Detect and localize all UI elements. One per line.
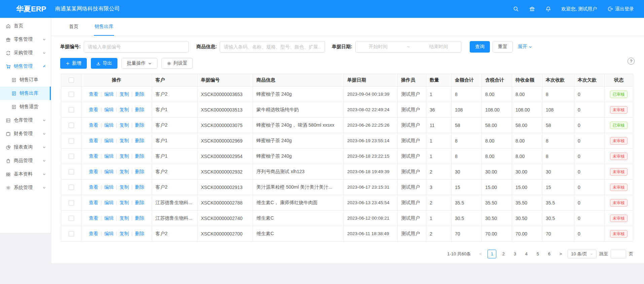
view-link[interactable]: 查看 <box>89 107 98 112</box>
copy-link[interactable]: 复制 <box>119 231 129 236</box>
copy-link[interactable]: 复制 <box>119 200 129 205</box>
edit-link[interactable]: 编辑 <box>104 91 114 97</box>
delete-link[interactable]: 删除 <box>135 122 144 128</box>
page-button[interactable]: 6 <box>545 250 553 258</box>
search-icon[interactable] <box>513 6 519 12</box>
reset-button[interactable]: 重置 <box>493 41 513 53</box>
copy-link[interactable]: 复制 <box>119 91 129 97</box>
search-button[interactable]: 查询 <box>470 41 490 53</box>
page-button[interactable]: 4 <box>522 250 531 258</box>
sidebar-item-sale-return[interactable]: 销售退货 <box>0 100 51 114</box>
edit-link[interactable]: 编辑 <box>104 169 114 174</box>
export-button[interactable]: 导出 <box>91 58 117 69</box>
page-button[interactable]: 2 <box>499 250 508 258</box>
sidebar-item-purchase[interactable]: 采购管理 <box>0 46 51 60</box>
page-button[interactable]: 3 <box>510 250 519 258</box>
date-range-input[interactable]: 开始时间 ~ 结束时间 <box>355 41 461 53</box>
row-checkbox[interactable] <box>69 107 74 113</box>
chevron-down-icon <box>42 119 46 122</box>
bill-no-input[interactable] <box>84 41 189 53</box>
tax-total-cell: 108.00 <box>482 102 512 118</box>
delete-link[interactable]: 删除 <box>135 91 144 97</box>
tab-home[interactable]: 首页 <box>68 18 79 36</box>
date-cell: 2023-06-13 23:45:54 <box>344 195 398 211</box>
view-link[interactable]: 查看 <box>89 184 98 190</box>
copy-link[interactable]: 复制 <box>119 169 129 174</box>
sidebar-item-basic[interactable]: 基本资料 <box>0 167 51 181</box>
sidebar-item-retail[interactable]: 零售管理 <box>0 33 51 46</box>
sidebar-item-report[interactable]: 报表查询 <box>0 140 51 154</box>
view-link[interactable]: 查看 <box>89 138 98 143</box>
copy-link[interactable]: 复制 <box>119 215 129 221</box>
delete-link[interactable]: 删除 <box>135 215 144 221</box>
page-button[interactable]: 5 <box>533 250 542 258</box>
delete-link[interactable]: 删除 <box>135 184 144 190</box>
bell-icon[interactable] <box>545 6 551 12</box>
table-row: 查看|编辑|复制|删除客户2XSCK00000002700维生素C2023-06… <box>61 226 633 242</box>
row-checkbox[interactable] <box>69 92 74 97</box>
tab-sale-outbound[interactable]: 销售出库 <box>94 18 114 36</box>
copy-link[interactable]: 复制 <box>119 184 129 190</box>
edit-link[interactable]: 编辑 <box>104 184 114 190</box>
logout-button[interactable]: 退出登录 <box>607 6 634 12</box>
row-checkbox[interactable] <box>69 231 74 236</box>
row-checkbox[interactable] <box>69 123 74 128</box>
delete-link[interactable]: 删除 <box>135 107 144 112</box>
delete-link[interactable]: 删除 <box>135 153 144 159</box>
row-checkbox[interactable] <box>69 185 74 190</box>
sidebar-item-warehouse[interactable]: 仓库管理 <box>0 114 51 127</box>
page-button[interactable]: 1 <box>488 250 496 258</box>
row-actions: 查看|编辑|复制|删除 <box>81 87 152 102</box>
edit-link[interactable]: 编辑 <box>104 138 114 143</box>
copy-link[interactable]: 复制 <box>119 153 129 159</box>
prev-page-button[interactable]: < <box>476 250 485 258</box>
copy-link[interactable]: 复制 <box>119 138 129 143</box>
edit-link[interactable]: 编辑 <box>104 200 114 205</box>
row-checkbox[interactable] <box>69 154 74 159</box>
delete-link[interactable]: 删除 <box>135 138 144 143</box>
jump-page-input[interactable] <box>611 250 626 258</box>
column-settings-button[interactable]: 列设置 <box>162 58 193 69</box>
sidebar-item-finance[interactable]: 财务管理 <box>0 127 51 140</box>
doc-icon <box>11 104 16 109</box>
page-size-select[interactable]: 10 条/页 <box>568 250 597 258</box>
edit-link[interactable]: 编辑 <box>104 122 114 128</box>
row-checkbox[interactable] <box>69 216 74 221</box>
row-checkbox[interactable] <box>69 138 74 144</box>
copy-link[interactable]: 复制 <box>119 107 129 112</box>
batch-actions-button[interactable]: 批量操作 <box>121 58 157 69</box>
sidebar-item-system[interactable]: 系统管理 <box>0 181 51 194</box>
view-link[interactable]: 查看 <box>89 122 98 128</box>
delete-link[interactable]: 删除 <box>135 169 144 174</box>
product-info-input[interactable] <box>220 41 325 53</box>
chevron-down-icon <box>42 38 46 41</box>
app-logo: 华夏ERP <box>0 4 51 14</box>
delete-link[interactable]: 删除 <box>135 200 144 205</box>
help-icon[interactable]: ? <box>628 58 635 65</box>
view-link[interactable]: 查看 <box>89 200 98 205</box>
delete-link[interactable]: 删除 <box>135 231 144 236</box>
view-link[interactable]: 查看 <box>89 91 98 97</box>
row-checkbox[interactable] <box>69 169 74 175</box>
row-checkbox[interactable] <box>69 200 74 206</box>
edit-link[interactable]: 编辑 <box>104 153 114 159</box>
platform-icon[interactable] <box>529 6 535 12</box>
view-link[interactable]: 查看 <box>89 215 98 221</box>
view-link[interactable]: 查看 <box>89 231 98 236</box>
sidebar-item-sales[interactable]: 销售管理 <box>0 60 51 73</box>
edit-link[interactable]: 编辑 <box>104 215 114 221</box>
select-all-checkbox[interactable] <box>69 77 74 83</box>
view-link[interactable]: 查看 <box>89 153 98 159</box>
add-button[interactable]: 新增 <box>60 58 87 69</box>
sidebar-item-home[interactable]: 首页 <box>0 19 51 33</box>
sidebar-item-goods[interactable]: 商品管理 <box>0 154 51 167</box>
customer-cell: 客户2 <box>152 118 198 133</box>
next-page-button[interactable]: > <box>556 250 565 258</box>
edit-link[interactable]: 编辑 <box>104 231 114 236</box>
sidebar-item-sale-outbound[interactable]: 销售出库 <box>0 87 51 100</box>
edit-link[interactable]: 编辑 <box>104 107 114 112</box>
view-link[interactable]: 查看 <box>89 169 98 174</box>
sidebar-item-sale-order[interactable]: 销售订单 <box>0 73 51 87</box>
expand-link[interactable]: 展开 <box>518 44 532 50</box>
copy-link[interactable]: 复制 <box>119 122 129 128</box>
